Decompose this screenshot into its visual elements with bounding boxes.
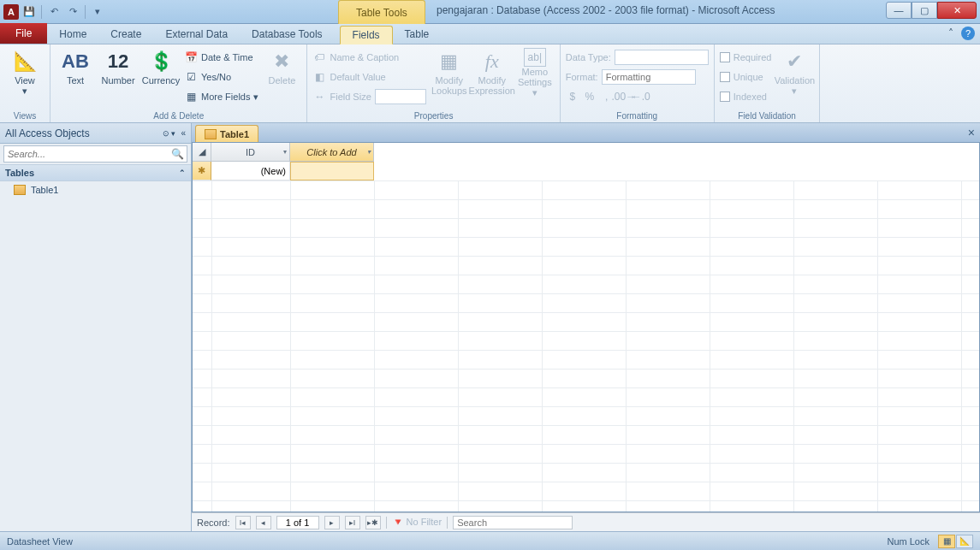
number-field-button[interactable]: 12 Number [98, 46, 138, 86]
validation-icon: ✔ [781, 48, 808, 75]
field-size-input [375, 89, 426, 104]
record-search-input[interactable] [453, 516, 573, 529]
column-header-id[interactable]: ID▾ [211, 143, 290, 162]
design-view-button[interactable]: 📐 [956, 535, 973, 548]
datasheet-view-button[interactable]: ▦ [938, 535, 955, 548]
memo-icon: ab| [524, 48, 546, 67]
data-type-row: Data Type: [566, 48, 709, 67]
document-tab-table1[interactable]: Table1 [195, 125, 258, 142]
tab-fields[interactable]: Fields [340, 26, 393, 44]
minimize-ribbon-icon[interactable]: ˄ [944, 27, 958, 40]
nav-collapse-icon[interactable]: « [181, 128, 186, 138]
qat-separator [41, 5, 42, 19]
collapse-group-icon[interactable]: ⌃ [179, 169, 186, 177]
grid-header-row: ◢ ID▾ Click to Add▾ [193, 143, 979, 162]
close-document-icon[interactable]: × [968, 126, 975, 139]
record-label: Record: [197, 517, 230, 528]
default-value-button: ◧Default Value [312, 68, 425, 86]
qat-separator [85, 5, 86, 19]
format-select [602, 69, 696, 85]
row-selector-new[interactable]: ✱ [193, 162, 211, 180]
help-icon[interactable]: ? [961, 27, 975, 40]
no-filter-label: 🔻 No Filter [392, 517, 442, 528]
column-dropdown-icon[interactable]: ▾ [367, 148, 371, 156]
ribbon-help-area: ˄ ? [944, 27, 975, 40]
cell-add-new[interactable] [290, 162, 374, 180]
new-record-button[interactable]: ▸✱ [365, 516, 381, 529]
navigation-pane: All Access Objects ⊙ ▾ « 🔍 Tables ⌃ Tabl… [0, 123, 192, 531]
cell-id-new[interactable]: (New) [211, 162, 290, 180]
unique-checkbox: Unique [720, 68, 772, 86]
text-field-button[interactable]: AB Text [56, 46, 95, 86]
name-caption-button: 🏷Name & Caption [312, 48, 425, 67]
group-views: 📐 View▾ Views [0, 44, 50, 122]
column-dropdown-icon[interactable]: ▾ [283, 148, 287, 156]
group-label-validation: Field Validation [720, 109, 815, 122]
nav-pane-header[interactable]: All Access Objects ⊙ ▾ « [0, 123, 191, 144]
tab-table[interactable]: Table [393, 25, 442, 44]
close-button[interactable]: ✕ [937, 2, 977, 19]
group-label-add-delete: Add & Delete [56, 109, 301, 122]
data-type-select [615, 50, 709, 65]
nav-item-table1[interactable]: Table1 [0, 181, 191, 198]
title-bar: A 💾 ↶ ↷ ▾ Table Tools pengajaran : Datab… [0, 0, 980, 24]
memo-settings-button: ab| Memo Settings ▾ [515, 46, 555, 98]
last-record-button[interactable]: ▸I [345, 516, 360, 529]
currency-field-button[interactable]: 💲 Currency [141, 46, 181, 86]
quick-access-toolbar: A 💾 ↶ ↷ ▾ [0, 3, 106, 21]
first-record-button[interactable]: I◂ [235, 516, 251, 529]
tab-external-data[interactable]: External Data [153, 25, 240, 44]
group-label-properties: Properties [312, 109, 554, 122]
validation-button: ✔ Validation▾ [775, 46, 814, 96]
minimize-button[interactable]: — [886, 2, 912, 19]
next-record-button[interactable]: ▸ [324, 516, 340, 529]
nav-search-input[interactable] [3, 145, 187, 163]
undo-icon[interactable]: ↶ [45, 3, 62, 21]
group-properties: 🏷Name & Caption ◧Default Value ↔Field Si… [307, 44, 560, 122]
delete-field-button: ✖ Delete [262, 46, 301, 86]
search-icon[interactable]: 🔍 [171, 148, 184, 160]
maximize-button[interactable]: ▢ [912, 2, 937, 19]
datetime-field-button[interactable]: 📅Date & Time [184, 48, 258, 67]
column-header-add[interactable]: Click to Add▾ [290, 143, 374, 162]
calendar-icon: 📅 [184, 50, 198, 64]
lookups-icon: ▦ [436, 48, 463, 75]
access-app-icon[interactable]: A [3, 4, 19, 20]
main-area: All Access Objects ⊙ ▾ « 🔍 Tables ⌃ Tabl… [0, 123, 980, 531]
qat-customize-icon[interactable]: ▾ [89, 3, 106, 21]
nav-dropdown-icon[interactable]: ⊙ ▾ [163, 129, 176, 138]
decrease-decimals-icon: ←.0 [634, 90, 648, 103]
more-fields-button[interactable]: ▦More Fields ▾ [184, 87, 258, 106]
view-button[interactable]: 📐 View▾ [5, 46, 45, 96]
record-position-input[interactable] [276, 516, 319, 529]
checkbox-icon [720, 72, 730, 82]
modify-expression-button: fx Modify Expression [472, 46, 512, 96]
currency-icon: 💲 [147, 48, 175, 75]
datasheet-grid[interactable]: ◢ ID▾ Click to Add▾ ✱ (New) [192, 142, 980, 512]
text-ab-icon: AB [62, 48, 89, 75]
redo-icon[interactable]: ↷ [64, 3, 81, 21]
group-add-delete: AB Text 12 Number 💲 Currency 📅Date & Tim… [50, 44, 307, 122]
prev-record-button[interactable]: ◂ [256, 516, 271, 529]
tab-home[interactable]: Home [47, 25, 98, 44]
select-all-cell[interactable]: ◢ [193, 143, 211, 162]
save-icon[interactable]: 💾 [21, 3, 38, 21]
tab-create[interactable]: Create [98, 25, 153, 44]
view-switcher: ▦ 📐 [938, 535, 973, 548]
file-tab[interactable]: File [0, 23, 47, 44]
grid-new-row[interactable]: ✱ (New) [193, 162, 979, 180]
ribbon-tab-strip: File Home Create External Data Database … [0, 24, 980, 44]
nav-pane-title: All Access Objects [5, 127, 163, 139]
more-fields-icon: ▦ [184, 90, 198, 103]
yesno-field-button[interactable]: ☑Yes/No [184, 68, 258, 86]
modify-lookups-button: ▦ Modify Lookups [430, 46, 469, 96]
window-title: pengajaran : Database (Access 2002 - 200… [437, 4, 775, 16]
record-navigator: Record: I◂ ◂ ▸ ▸I ▸✱ 🔻 No Filter [192, 512, 980, 531]
separator [386, 517, 387, 529]
nav-group-tables[interactable]: Tables ⌃ [0, 164, 191, 181]
status-view-label: Datasheet View [7, 536, 73, 547]
tab-database-tools[interactable]: Database Tools [240, 25, 335, 44]
document-tab-strip: Table1 × [192, 123, 980, 142]
delete-icon: ✖ [268, 48, 295, 75]
group-formatting: Data Type: Format: $ % , .00→ ←.0 Format… [561, 44, 715, 122]
